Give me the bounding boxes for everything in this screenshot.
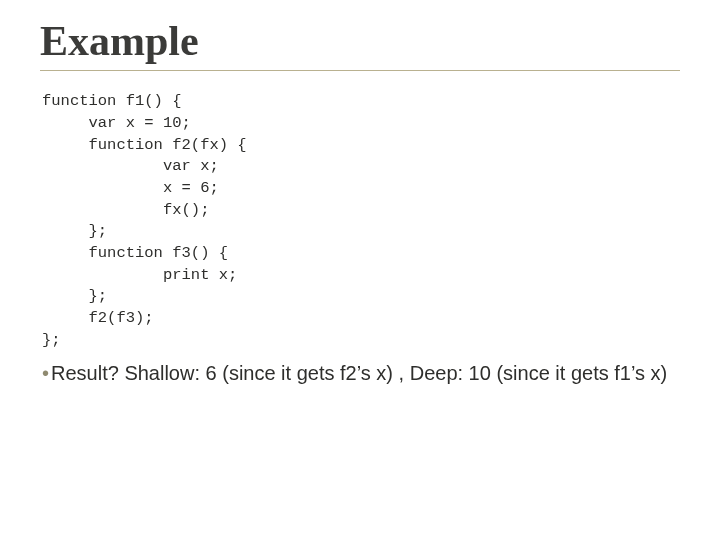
bullet-icon: • [42, 361, 49, 386]
code-block: function f1() { var x = 10; function f2(… [42, 91, 680, 351]
slide: Example function f1() { var x = 10; func… [0, 0, 720, 540]
slide-title: Example [40, 18, 680, 71]
result-line: •Result? Shallow: 6 (since it gets f2’s … [42, 361, 678, 386]
result-text: Result? Shallow: 6 (since it gets f2’s x… [51, 362, 667, 384]
